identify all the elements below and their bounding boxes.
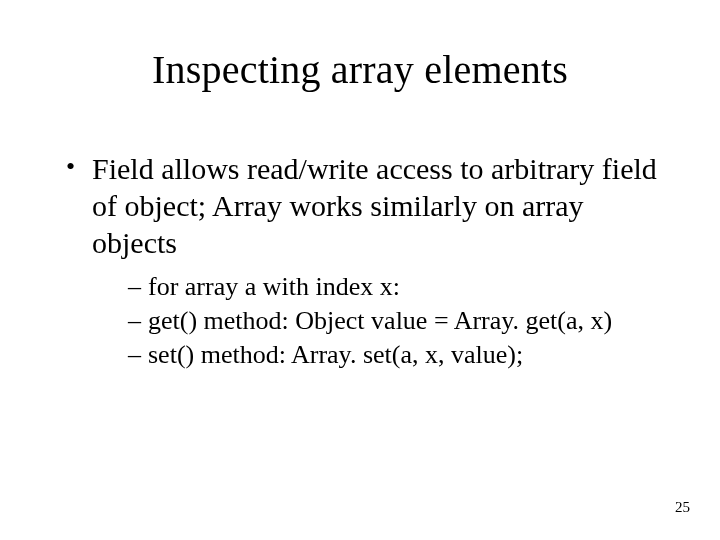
sub-item: set() method: Array. set(a, x, value); [128,338,664,372]
bullet-text: Field allows read/write access to arbitr… [92,152,657,259]
sub-list: for array a with index x: get() method: … [92,270,664,373]
page-number: 25 [675,499,690,516]
slide: Inspecting array elements Field allows r… [0,0,720,540]
sub-item: get() method: Object value = Array. get(… [128,304,664,338]
slide-body: Field allows read/write access to arbitr… [64,150,664,387]
sub-item: for array a with index x: [128,270,664,304]
slide-title: Inspecting array elements [0,46,720,93]
bullet-list: Field allows read/write access to arbitr… [64,150,664,373]
bullet-item: Field allows read/write access to arbitr… [64,150,664,373]
